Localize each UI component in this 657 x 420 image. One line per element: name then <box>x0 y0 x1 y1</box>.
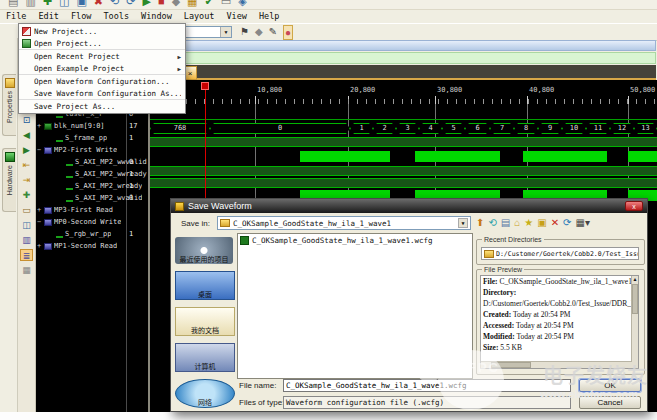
expander-icon[interactable]: + <box>37 122 44 130</box>
place-icon <box>193 308 217 326</box>
waveform-tool-icon[interactable]: ▥ <box>20 234 33 246</box>
menu-item[interactable]: New Project... <box>19 25 185 37</box>
place-item[interactable]: 最近使用的项目 <box>175 237 233 264</box>
menu-bar-item[interactable]: Help <box>253 10 285 23</box>
expander-icon[interactable]: + <box>37 206 44 214</box>
menu-bar-item[interactable]: Flow <box>65 10 97 23</box>
menu-item[interactable]: Save Project As... <box>19 99 185 112</box>
signal-row[interactable]: S_AXI_MP2_wready 1 <box>36 180 148 192</box>
dialog-title-bar[interactable]: Save Waveform x <box>171 199 647 213</box>
dialog-toolbar-icon[interactable]: ⌂ <box>514 216 520 230</box>
horizontal-scrollbar[interactable] <box>481 361 632 368</box>
close-icon[interactable]: × <box>188 69 193 78</box>
toolbar-icon[interactable]: ▤ <box>8 0 18 5</box>
dialog-toolbar-icon[interactable]: ▣ <box>537 216 546 230</box>
waveform-tool-icon[interactable]: ▭ <box>20 204 33 216</box>
dialog-toolbar-icon[interactable]: ✕ <box>551 216 559 230</box>
menu-bar-item[interactable]: View <box>220 10 252 23</box>
chevron-down-icon[interactable]: ▼ <box>220 27 231 37</box>
close-icon[interactable]: x <box>625 201 643 211</box>
recent-directories-combo[interactable]: D:/Customer/Goertek/Cobb2.0/Test_Issue/D… <box>481 247 639 260</box>
menu-bar-item[interactable]: Edit <box>32 10 64 23</box>
signal-row[interactable]: − MP2-First Write <box>36 144 148 156</box>
menu-bar-item[interactable]: Window <box>135 10 178 23</box>
place-item[interactable]: 我的文档 <box>175 307 235 336</box>
ok-button[interactable]: OK <box>579 379 641 392</box>
waveform-tool-icon[interactable]: ⊡ <box>20 114 33 126</box>
waveform-tool-icon[interactable]: ▶ <box>20 144 33 156</box>
toolbar-icon[interactable]: ✎ <box>269 25 277 40</box>
signal-row[interactable]: + MP1-Second Read <box>36 240 148 252</box>
signal-row[interactable]: S_AXI_MP2_wvalid 0 <box>36 192 148 204</box>
toolbar-icon[interactable]: ◆ <box>255 25 263 40</box>
signal-row[interactable]: S_AXI_MP2_wwready 1 <box>36 168 148 180</box>
expander-icon[interactable]: − <box>37 146 44 154</box>
signal-row[interactable]: + MP3-First Read <box>36 204 148 216</box>
toolbar-icon[interactable]: ◫ <box>59 0 69 5</box>
signal-row[interactable]: + blk_num[9:0] 17 <box>36 120 148 132</box>
scrollbar-thumb[interactable] <box>491 362 531 368</box>
toolbar-icon[interactable]: ◈ <box>238 0 246 5</box>
waveform-tool-icon[interactable]: ⇤ <box>20 159 33 171</box>
toolbar-icon[interactable]: ⟳ <box>126 0 135 5</box>
toolbar-icon[interactable]: ⟲ <box>110 0 119 5</box>
file-name-input[interactable] <box>283 379 571 392</box>
toolbar-icon[interactable]: ✔ <box>205 0 214 5</box>
toolbar-icon[interactable]: ▦ <box>187 0 197 5</box>
menu-item[interactable]: Open Example Project ▶ <box>19 62 185 74</box>
dialog-toolbar-icon[interactable]: ★ <box>524 216 533 230</box>
cursor-marker-icon[interactable] <box>201 82 209 90</box>
dialog-toolbar-icon[interactable]: ⟳ <box>563 216 571 230</box>
waveform-tool-icon[interactable]: ◀ <box>20 129 33 141</box>
expander-icon[interactable]: + <box>37 242 44 250</box>
menu-bar-item[interactable]: Tools <box>97 10 135 23</box>
toolbar-icon[interactable]: ▣ <box>76 0 86 5</box>
expander-icon[interactable]: − <box>37 218 44 226</box>
side-tab[interactable]: Properties <box>2 74 16 136</box>
dialog-toolbar-icon[interactable]: ▦▾ <box>575 216 589 230</box>
toolbar-icon[interactable]: ◆ <box>172 0 180 5</box>
save-in-combo[interactable]: C_OKSample_GoodState_hw_ila_1_wave1 ▼ <box>217 216 471 230</box>
menu-bar-item[interactable]: Layout <box>178 10 221 23</box>
place-item[interactable]: 桌面 <box>175 271 235 300</box>
dialog-toolbar-icon[interactable]: ⬆ <box>476 216 484 230</box>
vertical-scrollbar[interactable]: ▲ <box>631 276 638 368</box>
place-item[interactable]: 网络 <box>175 379 235 408</box>
bus-segment: 768 <box>150 123 210 134</box>
waveform-tool-icon[interactable]: ▦ <box>20 264 33 276</box>
file-list[interactable]: C_OKSample_GoodState_hw_ila_1_wave1.wcfg <box>237 233 473 379</box>
file-list-item[interactable]: C_OKSample_GoodState_hw_ila_1_wave1.wcfg <box>238 234 472 247</box>
signal-row[interactable]: S_rgb_wr_pp 1 <box>36 228 148 240</box>
toolbar-icon[interactable]: ▭ <box>221 0 231 5</box>
signal-row[interactable]: − MP0-Second Write <box>36 216 148 228</box>
menu-item[interactable]: Save Waveform Configuration As... <box>19 87 185 99</box>
toolbar-icon[interactable]: ⚑ <box>240 25 249 40</box>
waveform-tool-icon[interactable]: ⇥ <box>20 174 33 186</box>
toolbar-icon[interactable]: ● <box>283 25 293 40</box>
menu-item[interactable]: Open Waveform Configuration... <box>19 74 185 87</box>
menu-item-label: New Project... <box>34 27 97 36</box>
file-type-combo[interactable]: Waveform configuration file (.wcfg) <box>283 396 571 409</box>
waveform-tool-icon[interactable]: ◫ <box>20 219 33 231</box>
waveform-tool-icon[interactable]: ≣ <box>20 249 33 261</box>
menu-item[interactable]: Open Project... <box>19 37 185 49</box>
toolbar-icon[interactable]: ✚ <box>43 0 52 5</box>
toolbar-icon[interactable]: ▶ <box>143 0 151 5</box>
menu-bar-item[interactable]: File <box>0 10 32 23</box>
dialog-toolbar-icon[interactable]: ⟲ <box>488 216 496 230</box>
toolbar-icon[interactable]: ■ <box>158 0 165 5</box>
place-label: 最近使用的项目 <box>180 256 229 264</box>
place-item[interactable]: 计算机 <box>175 343 235 372</box>
signal-row[interactable]: S_frame_pp 1 <box>36 132 148 144</box>
side-tab[interactable]: Hardware <box>2 148 16 212</box>
waveform-tool-icon[interactable]: ✚ <box>20 189 33 201</box>
toolbar-icon[interactable]: ▥ <box>25 0 35 5</box>
scrollbar-thumb[interactable] <box>632 284 638 314</box>
signal-row[interactable]: S_AXI_MP2_wwvalid 0 <box>36 156 148 168</box>
toolbar-icon[interactable]: ✖ <box>94 0 103 5</box>
dialog-toolbar-icon[interactable]: ▤ <box>501 216 510 230</box>
cancel-button[interactable]: Cancel <box>579 396 641 409</box>
save-waveform-dialog: Save Waveform x Save in: C_OKSample_Good… <box>170 198 648 412</box>
menu-item[interactable]: Open Recent Project ▶ <box>19 49 185 62</box>
chevron-down-icon[interactable]: ▼ <box>458 218 468 228</box>
